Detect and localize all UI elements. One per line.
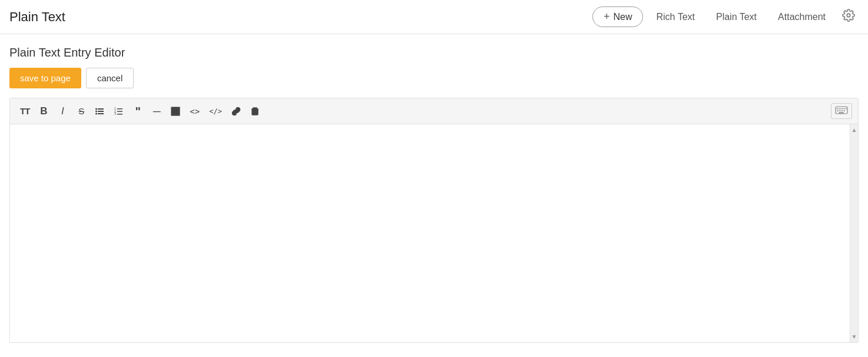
delete-button[interactable] [246, 103, 264, 120]
main-content: Plain Text Entry Editor save to page can… [0, 34, 868, 343]
editor-body: ▲ ▼ [10, 124, 858, 342]
scroll-up-arrow[interactable]: ▲ [850, 125, 858, 134]
editor-buttons: save to page cancel [9, 68, 859, 88]
svg-point-3 [95, 110, 97, 112]
link-button[interactable] [227, 103, 245, 120]
header: Plain Text + New Rich Text Plain Text At… [0, 0, 868, 34]
attachment-tab[interactable]: Attachment [770, 8, 834, 26]
header-actions: + New Rich Text Plain Text Attachment [592, 5, 859, 28]
plus-icon: + [604, 11, 610, 23]
inline-code-button[interactable]: <> [185, 103, 204, 120]
ordered-list-button[interactable]: 1. 2. 3. [110, 103, 128, 120]
trash-icon [250, 107, 260, 116]
ordered-list-icon: 1. 2. 3. [114, 107, 124, 116]
editor-scrollbar: ▲ ▼ [850, 124, 858, 342]
svg-text:3.: 3. [114, 112, 117, 115]
horizontal-rule-button[interactable]: — [148, 103, 165, 120]
blockquote-button[interactable]: " [129, 103, 147, 120]
bold-button[interactable]: B [35, 103, 52, 120]
code-block-button[interactable]: </> [205, 103, 226, 120]
text-type-button[interactable]: TT [16, 103, 34, 120]
unordered-list-button[interactable] [91, 103, 109, 120]
cancel-button[interactable]: cancel [86, 68, 134, 88]
toolbar-right [831, 103, 852, 119]
editor-section-title: Plain Text Entry Editor [9, 46, 859, 60]
scroll-down-arrow[interactable]: ▼ [850, 332, 858, 341]
table-icon [171, 107, 180, 116]
rich-text-tab[interactable]: Rich Text [648, 8, 703, 26]
svg-rect-10 [117, 111, 122, 112]
unordered-list-icon [95, 107, 105, 116]
plain-text-tab[interactable]: Plain Text [708, 8, 765, 26]
svg-rect-6 [98, 113, 104, 114]
save-to-page-button[interactable]: save to page [9, 68, 81, 88]
svg-rect-8 [117, 108, 122, 110]
settings-icon [842, 9, 855, 22]
svg-rect-2 [98, 108, 104, 110]
keyboard-button[interactable] [831, 103, 852, 119]
table-button[interactable] [167, 103, 184, 120]
keyboard-icon [835, 106, 848, 114]
svg-point-5 [95, 113, 97, 114]
svg-point-0 [847, 14, 850, 17]
svg-rect-4 [98, 111, 104, 112]
settings-icon-button[interactable] [839, 5, 859, 28]
new-button[interactable]: + New [592, 6, 644, 27]
svg-rect-12 [117, 114, 122, 115]
toolbar-left: TT B I S [16, 103, 264, 120]
svg-point-1 [95, 108, 97, 110]
toolbar: TT B I S [10, 98, 858, 124]
editor-container: TT B I S [9, 98, 859, 343]
scrollbar-track[interactable] [850, 134, 858, 332]
svg-rect-19 [252, 109, 258, 115]
page-title: Plain Text [9, 9, 65, 25]
link-icon [231, 107, 241, 116]
new-label: New [613, 12, 632, 22]
italic-button[interactable]: I [54, 103, 71, 120]
editor-textarea[interactable] [10, 124, 850, 342]
strikethrough-button[interactable]: S [72, 103, 90, 120]
